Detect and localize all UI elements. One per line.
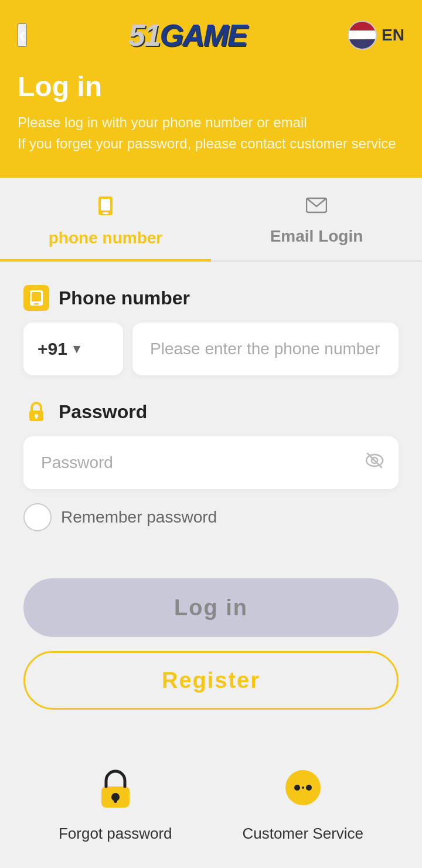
phone-label-icon — [23, 285, 49, 311]
register-button[interactable]: Register — [23, 651, 399, 710]
email-tab-label: Email Login — [270, 227, 363, 246]
remember-label: Remember password — [61, 508, 217, 527]
phone-input-row: +91 ▾ — [23, 323, 399, 375]
login-subtitle: Please log in with your phone number or … — [18, 112, 404, 154]
phone-field-label: Phone number — [23, 285, 399, 311]
phone-label-text: Phone number — [59, 287, 190, 309]
password-field-group: Password Remember password — [23, 399, 399, 531]
password-input[interactable] — [23, 436, 399, 489]
svg-rect-2 — [103, 212, 108, 214]
header-content: Log in Please log in with your phone num… — [18, 65, 404, 178]
flag-icon — [348, 21, 377, 50]
country-code-value: +91 — [38, 339, 67, 359]
svg-point-18 — [294, 785, 300, 791]
country-code-button[interactable]: +91 ▾ — [23, 323, 123, 375]
tab-email[interactable]: Email Login — [211, 178, 422, 260]
svg-rect-1 — [101, 199, 110, 211]
svg-point-20 — [302, 786, 304, 789]
password-wrapper — [23, 436, 399, 489]
back-button[interactable]: ‹ — [18, 23, 27, 47]
tab-phone[interactable]: phone number — [0, 178, 211, 262]
phone-input[interactable] — [132, 323, 399, 375]
customer-service-action[interactable]: Customer Service — [242, 762, 363, 843]
language-selector[interactable]: EN — [348, 21, 404, 50]
customer-service-label: Customer Service — [242, 825, 363, 843]
customer-service-icon — [277, 762, 329, 815]
svg-rect-15 — [114, 797, 117, 803]
svg-rect-6 — [34, 303, 39, 305]
remember-checkbox[interactable] — [23, 503, 52, 531]
bottom-actions: Forgot password Customer Service — [0, 733, 422, 866]
password-field-label: Password — [23, 399, 399, 425]
email-tab-icon — [306, 195, 327, 220]
header: ‹ 51GAME EN Log in Please log in with yo… — [0, 0, 422, 178]
lang-label: EN — [382, 26, 404, 45]
forgot-password-action[interactable]: Forgot password — [59, 762, 172, 843]
buttons-area: Log in Register — [0, 578, 422, 733]
logo: 51GAME — [128, 18, 247, 53]
phone-tab-icon — [95, 195, 116, 222]
forgot-password-label: Forgot password — [59, 825, 172, 843]
lock-label-icon — [23, 399, 49, 425]
password-label-text: Password — [59, 401, 147, 423]
phone-field-group: Phone number +91 ▾ — [23, 285, 399, 375]
svg-point-19 — [306, 785, 312, 791]
tabs-container: phone number Email Login — [0, 178, 422, 262]
login-title: Log in — [18, 70, 404, 103]
login-button[interactable]: Log in — [23, 578, 399, 637]
svg-rect-9 — [36, 416, 38, 419]
phone-tab-label: phone number — [49, 229, 162, 247]
toggle-password-button[interactable] — [365, 450, 384, 475]
form-area: Phone number +91 ▾ Password — [0, 262, 422, 578]
svg-rect-5 — [32, 292, 41, 301]
chevron-down-icon: ▾ — [73, 341, 80, 357]
remember-row: Remember password — [23, 503, 399, 531]
forgot-password-icon — [89, 762, 142, 815]
